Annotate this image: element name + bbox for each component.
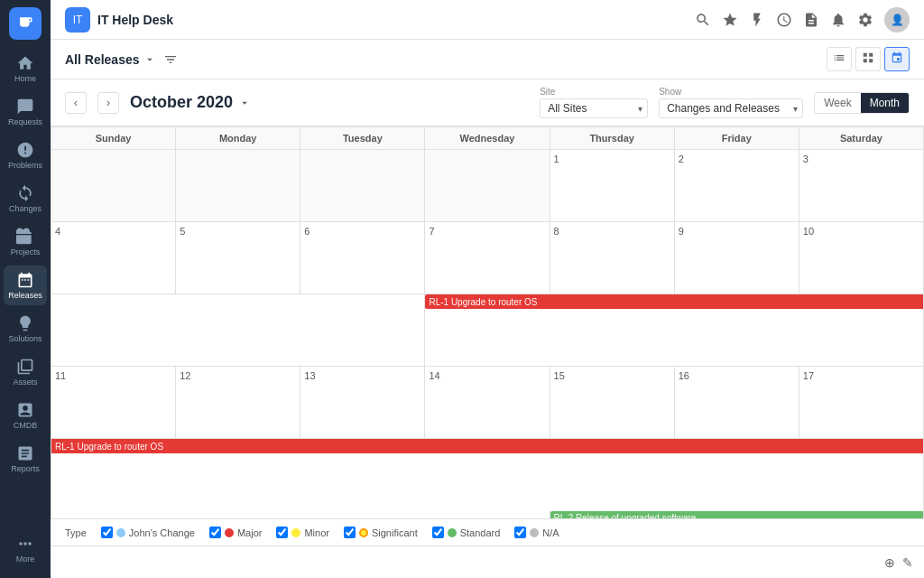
col-wednesday: Wednesday	[425, 127, 550, 150]
col-tuesday: Tuesday	[300, 127, 425, 150]
col-thursday: Thursday	[550, 127, 674, 150]
sidebar-item-cmdb[interactable]: CMDB	[4, 396, 47, 435]
cell-oct-17: 17	[799, 367, 923, 439]
cell-oct-6: 6	[300, 222, 425, 294]
main-content: IT IT Help Desk 👤 All Releases	[51, 0, 924, 578]
dropdown-chevron-icon	[143, 53, 156, 66]
legend-major: Major	[209, 527, 263, 538]
cell-oct-2: 2	[674, 150, 799, 222]
topbar-icons: 👤	[695, 7, 910, 33]
legend-dot-standard	[448, 528, 457, 537]
sidebar-item-assets[interactable]: Assets	[4, 352, 47, 392]
event-rl1-week2[interactable]: RL-1 Upgrade to router OS	[425, 294, 924, 367]
cell-empty	[425, 150, 550, 222]
legend-dot-na	[530, 528, 539, 537]
calendar-month-title[interactable]: October 2020	[130, 93, 251, 112]
cell-empty	[176, 150, 300, 222]
legend-checkbox-johns-change[interactable]	[101, 527, 113, 538]
event-rl2-week3-bar[interactable]: RL-2 Release of upgraded software	[550, 511, 923, 519]
week-btn[interactable]: Week	[815, 93, 860, 113]
legend-standard: Standard	[432, 527, 501, 538]
edit-icon[interactable]: ✎	[902, 555, 913, 570]
sidebar-item-requests[interactable]: Requests	[4, 92, 47, 132]
settings-icon[interactable]	[857, 12, 873, 28]
show-filter-select[interactable]: Changes and Releases	[659, 98, 803, 118]
legend-dot-major	[225, 528, 234, 537]
cell-oct-5: 5	[176, 222, 300, 294]
show-filter-group: Show Changes and Releases	[659, 87, 803, 118]
grid-view-btn[interactable]	[855, 47, 881, 71]
releases-dropdown-btn[interactable]: All Releases	[65, 52, 156, 67]
cell-empty	[300, 150, 425, 222]
event-rl2-week3[interactable]: RL-2 Release of upgraded software	[550, 511, 923, 519]
cell-oct-4: 4	[51, 222, 176, 294]
bell-icon[interactable]	[830, 12, 846, 28]
sidebar-item-more[interactable]: More	[4, 529, 47, 569]
bottom-bar: ⊕ ✎	[51, 545, 924, 578]
event-rl1-week2-bar[interactable]: RL-1 Upgrade to router OS	[425, 294, 923, 309]
calendar-controls: ‹ › October 2020 Site All Sites Show Cha…	[51, 79, 924, 126]
week-row-1: 1 2 3	[51, 150, 924, 222]
search-icon[interactable]	[695, 12, 711, 28]
col-monday: Monday	[176, 127, 300, 150]
event-row-week-2: RL-1 Upgrade to router OS	[51, 294, 924, 367]
topbar-logo: IT	[65, 7, 90, 33]
month-btn[interactable]: Month	[861, 93, 909, 113]
calendar-header-row: Sunday Monday Tuesday Wednesday Thursday…	[51, 127, 924, 150]
cell-oct-9: 9	[674, 222, 799, 294]
list-view-btn[interactable]	[827, 47, 852, 71]
legend-checkbox-major[interactable]	[209, 527, 221, 538]
next-month-btn[interactable]: ›	[97, 92, 119, 114]
sidebar: Home Requests Problems Changes Projects …	[0, 0, 51, 578]
sub-header: All Releases	[51, 40, 924, 79]
legend-checkbox-na[interactable]	[514, 527, 526, 538]
star-icon[interactable]	[722, 12, 738, 28]
site-filter-select[interactable]: All Sites	[540, 98, 648, 118]
event-empty-1	[51, 294, 425, 367]
cell-oct-16: 16	[674, 367, 799, 439]
month-dropdown-icon	[238, 97, 251, 109]
cell-oct-7: 7	[425, 222, 550, 294]
show-filter-label: Show	[659, 87, 803, 97]
filter-icon[interactable]	[163, 52, 178, 67]
zoom-icon[interactable]: ⊕	[884, 555, 895, 570]
col-saturday: Saturday	[799, 127, 923, 150]
sidebar-item-changes[interactable]: Changes	[4, 179, 47, 219]
legend-checkbox-minor[interactable]	[276, 527, 288, 538]
sidebar-item-home[interactable]: Home	[4, 49, 47, 89]
calendar-view-btn[interactable]	[884, 47, 910, 71]
calendar-container: Sunday Monday Tuesday Wednesday Thursday…	[51, 126, 924, 518]
cell-oct-13: 13	[300, 367, 425, 439]
cell-oct-15: 15	[550, 367, 674, 439]
legend-dot-significant	[359, 528, 368, 537]
week-row-2: 4 5 6 7 8 9 10	[51, 222, 924, 294]
cell-oct-1: 1	[550, 150, 674, 222]
topbar-title: IT Help Desk	[97, 13, 173, 27]
legend-checkbox-standard[interactable]	[432, 527, 444, 538]
sub-header-left: All Releases	[65, 52, 178, 67]
cell-empty	[51, 150, 176, 222]
legend-type-label: Type	[65, 527, 87, 538]
user-avatar[interactable]: 👤	[884, 7, 910, 33]
site-filter-label: Site	[540, 87, 648, 97]
legend-checkbox-significant[interactable]	[344, 527, 356, 538]
week-row-3: 11 12 13 14 15 16 17	[51, 367, 924, 439]
clock-icon[interactable]	[776, 12, 792, 28]
cell-oct-11: 11	[51, 367, 176, 439]
sidebar-item-reports[interactable]: Reports	[4, 439, 47, 479]
legend-na: N/A	[514, 527, 559, 538]
prev-month-btn[interactable]: ‹	[65, 92, 87, 114]
col-friday: Friday	[674, 127, 799, 150]
event-rl1-week3-bar[interactable]: RL-1 Upgrade to router OS	[51, 439, 923, 453]
event-rl1-week3[interactable]: RL-1 Upgrade to router OS	[51, 439, 924, 511]
event-empty-3b	[51, 511, 550, 519]
sidebar-item-problems[interactable]: Problems	[4, 135, 47, 175]
app-logo	[9, 7, 42, 40]
sidebar-item-solutions[interactable]: Solutions	[4, 309, 47, 349]
bolt-icon[interactable]	[749, 12, 765, 28]
sidebar-item-projects[interactable]: Projects	[4, 222, 47, 262]
event-row-week-3b: RL-2 Release of upgraded software	[51, 511, 924, 519]
sidebar-item-releases[interactable]: Releases	[4, 266, 47, 305]
cell-oct-3: 3	[799, 150, 923, 222]
doc-icon[interactable]	[803, 12, 819, 28]
